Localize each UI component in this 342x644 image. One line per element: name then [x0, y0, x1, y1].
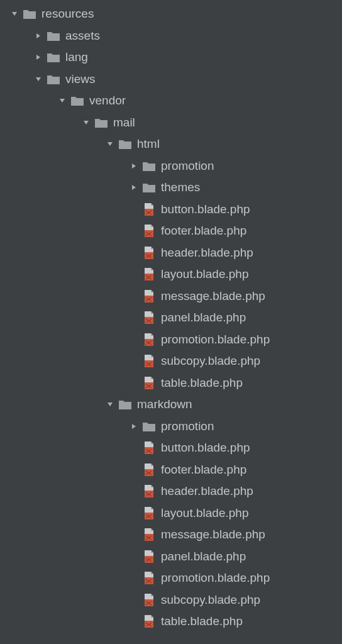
tree-folder[interactable]: promotion — [0, 416, 342, 438]
tree-item-label: subcopy.blade.php — [161, 593, 260, 607]
tree-file[interactable]: table.blade.php — [0, 372, 342, 394]
svg-marker-2 — [36, 55, 40, 60]
folder-icon — [23, 8, 36, 20]
chevron-down-icon[interactable] — [82, 118, 91, 127]
tree-folder[interactable]: vendor — [0, 90, 342, 112]
tree-file[interactable]: footer.blade.php — [0, 459, 342, 481]
tree-item-label: footer.blade.php — [161, 463, 246, 477]
tree-item-label: lang — [65, 50, 88, 64]
tree-item-label: layout.blade.php — [161, 267, 248, 281]
php-file-icon — [142, 572, 156, 584]
php-file-icon — [142, 507, 156, 519]
tree-item-label: footer.blade.php — [161, 224, 246, 238]
tree-item-label: promotion — [161, 159, 214, 173]
chevron-down-icon[interactable] — [106, 400, 114, 409]
php-file-icon — [142, 333, 156, 346]
svg-marker-7 — [132, 164, 136, 169]
tree-item-label: header.blade.php — [161, 484, 253, 498]
tree-file[interactable]: subcopy.blade.php — [0, 589, 342, 611]
tree-item-label: markdown — [137, 397, 192, 411]
tree-file[interactable]: promotion.blade.php — [0, 329, 342, 351]
svg-marker-4 — [60, 99, 65, 103]
svg-marker-3 — [36, 77, 41, 81]
tree-item-label: promotion.blade.php — [161, 333, 270, 347]
tree-item-label: table.blade.php — [161, 376, 243, 390]
tree-file[interactable]: message.blade.php — [0, 286, 342, 308]
folder-icon — [70, 94, 84, 107]
php-file-icon — [142, 485, 156, 497]
folder-icon — [142, 181, 156, 194]
tree-item-label: button.blade.php — [161, 203, 250, 216]
php-file-icon — [142, 594, 156, 606]
chevron-right-icon[interactable] — [34, 31, 43, 40]
tree-file[interactable]: layout.blade.php — [0, 264, 342, 286]
tree-item-label: promotion — [161, 419, 214, 433]
chevron-down-icon[interactable] — [106, 140, 114, 148]
php-file-icon — [142, 550, 156, 563]
chevron-right-icon[interactable] — [130, 183, 138, 192]
svg-marker-8 — [132, 185, 136, 190]
folder-icon — [94, 116, 108, 129]
svg-marker-6 — [108, 142, 113, 146]
svg-marker-0 — [12, 12, 17, 16]
tree-item-label: panel.blade.php — [161, 311, 246, 325]
svg-marker-1 — [36, 33, 40, 38]
folder-icon — [47, 73, 60, 86]
folder-icon — [118, 398, 132, 411]
tree-file[interactable]: button.blade.php — [0, 437, 342, 459]
tree-item-label: panel.blade.php — [161, 550, 246, 564]
tree-file[interactable]: table.blade.php — [0, 611, 342, 633]
tree-folder[interactable]: views — [0, 69, 342, 91]
tree-item-label: layout.blade.php — [161, 506, 248, 520]
tree-item-label: table.blade.php — [161, 614, 243, 628]
tree-file[interactable]: panel.blade.php — [0, 307, 342, 329]
tree-item-label: resources — [41, 7, 94, 21]
tree-file[interactable]: footer.blade.php — [0, 220, 342, 242]
tree-item-label: vendor — [89, 94, 126, 108]
tree-item-label: themes — [161, 180, 200, 194]
tree-folder[interactable]: lang — [0, 47, 342, 69]
tree-folder[interactable]: markdown — [0, 394, 342, 416]
tree-folder[interactable]: themes — [0, 177, 342, 199]
php-file-icon — [142, 615, 156, 628]
tree-item-label: mail — [113, 116, 135, 130]
tree-file[interactable]: layout.blade.php — [0, 502, 342, 525]
tree-item-label: header.blade.php — [161, 246, 253, 260]
tree-folder[interactable]: mail — [0, 112, 342, 134]
php-file-icon — [142, 355, 156, 367]
tree-item-label: assets — [65, 29, 100, 43]
php-file-icon — [142, 311, 156, 324]
chevron-down-icon[interactable] — [10, 9, 19, 18]
tree-file[interactable]: subcopy.blade.php — [0, 350, 342, 372]
chevron-right-icon[interactable] — [130, 422, 138, 431]
folder-icon — [118, 138, 132, 150]
php-file-icon — [142, 290, 156, 303]
svg-marker-5 — [84, 121, 89, 125]
chevron-right-icon[interactable] — [34, 53, 43, 62]
tree-file[interactable]: promotion.blade.php — [0, 567, 342, 589]
php-file-icon — [142, 464, 156, 476]
tree-folder[interactable]: promotion — [0, 155, 342, 177]
tree-file[interactable]: button.blade.php — [0, 199, 342, 221]
tree-item-label: subcopy.blade.php — [161, 354, 260, 368]
folder-icon — [47, 51, 60, 64]
chevron-right-icon[interactable] — [130, 162, 138, 170]
php-file-icon — [142, 528, 156, 541]
tree-item-label: promotion.blade.php — [161, 571, 270, 585]
file-tree: resourcesassetslangviewsvendormailhtmlpr… — [0, 3, 342, 633]
tree-file[interactable]: message.blade.php — [0, 524, 342, 546]
php-file-icon — [142, 203, 156, 216]
tree-file[interactable]: header.blade.php — [0, 242, 342, 264]
tree-folder[interactable]: assets — [0, 25, 342, 47]
chevron-down-icon[interactable] — [34, 75, 43, 84]
tree-folder[interactable]: html — [0, 133, 342, 155]
tree-item-label: message.blade.php — [161, 289, 265, 303]
tree-item-label: views — [65, 72, 96, 86]
tree-file[interactable]: header.blade.php — [0, 480, 342, 502]
tree-item-label: message.blade.php — [161, 528, 265, 541]
tree-folder[interactable]: resources — [0, 3, 342, 25]
tree-file[interactable]: panel.blade.php — [0, 546, 342, 568]
chevron-down-icon[interactable] — [58, 96, 67, 105]
folder-icon — [142, 160, 156, 172]
svg-marker-28 — [132, 424, 136, 429]
